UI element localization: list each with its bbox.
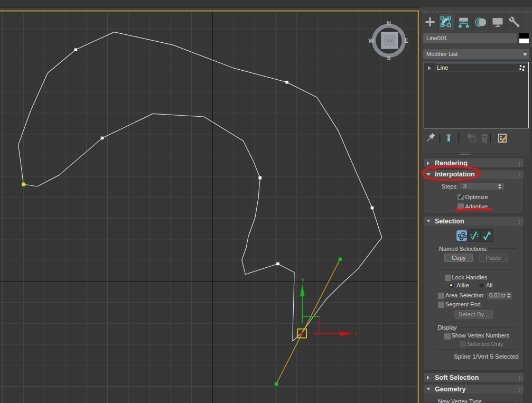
svg-text:W: W: [368, 38, 374, 44]
svg-text:S: S: [387, 55, 390, 61]
svg-text:x: x: [354, 330, 357, 336]
svg-text:y: y: [302, 277, 304, 283]
svg-text:E: E: [405, 38, 408, 44]
svg-text:N: N: [387, 20, 391, 26]
svg-text:TOP: TOP: [386, 39, 393, 43]
